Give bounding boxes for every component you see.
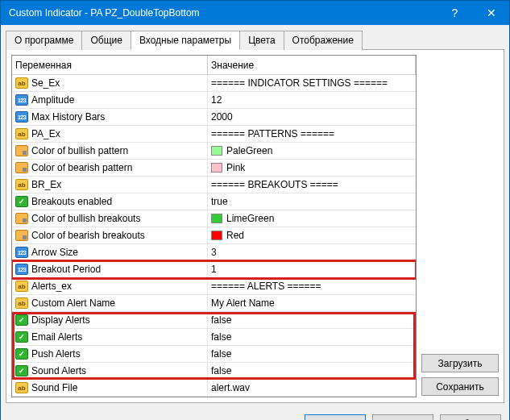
param-value-cell[interactable]: ====== PATTERNS ====== bbox=[208, 126, 416, 142]
table-row[interactable]: Email Alertsfalse bbox=[12, 329, 416, 346]
tab-0[interactable]: О программе bbox=[6, 31, 82, 50]
param-name: Sound Alerts bbox=[31, 365, 86, 376]
column-header-variable[interactable]: Переменная bbox=[12, 56, 208, 74]
bool-type-icon bbox=[15, 348, 28, 360]
param-name: Breakout Period bbox=[31, 264, 101, 275]
param-name-cell: Push Alerts bbox=[12, 346, 208, 362]
param-value-cell[interactable]: false bbox=[208, 312, 416, 328]
table-row[interactable]: Push Alertsfalse bbox=[12, 346, 416, 363]
param-value-cell[interactable]: ====== BREAKOUTS ===== bbox=[208, 177, 416, 193]
table-row[interactable]: Se_Ex====== INDICATOR SETTINGS ====== bbox=[12, 75, 416, 92]
param-name-cell: Email Alerts bbox=[12, 329, 208, 345]
param-value: Red bbox=[226, 230, 244, 241]
tab-4[interactable]: Отображение bbox=[284, 31, 363, 50]
table-row[interactable]: Color of bullish patternPaleGreen bbox=[12, 143, 416, 160]
tab-1[interactable]: Общие bbox=[81, 31, 131, 50]
table-row[interactable]: Sound Alertsfalse bbox=[12, 363, 416, 380]
table-row[interactable]: Max History Bars2000 bbox=[12, 109, 416, 126]
param-value-cell[interactable]: Pink bbox=[208, 160, 416, 176]
bool-type-icon bbox=[15, 314, 28, 326]
table-row[interactable]: Sound Filealert.wav bbox=[12, 380, 416, 397]
param-value: false bbox=[211, 314, 231, 326]
param-value: ====== ALERTS ====== bbox=[211, 281, 321, 292]
param-value: false bbox=[211, 331, 231, 343]
table-row[interactable]: Custom Alert NameMy Alert Name bbox=[12, 295, 416, 312]
param-value: ====== BREAKOUTS ===== bbox=[211, 179, 338, 190]
param-value: 1 bbox=[211, 264, 217, 275]
table-row[interactable]: Arrow Size3 bbox=[12, 244, 416, 261]
param-value: true bbox=[211, 196, 228, 207]
param-value-cell[interactable]: 12 bbox=[208, 92, 416, 108]
number-type-icon bbox=[15, 247, 28, 258]
help-icon[interactable]: ? bbox=[437, 1, 473, 25]
param-value: alert.wav bbox=[211, 382, 250, 393]
ok-button[interactable]: OK bbox=[305, 414, 366, 420]
param-value: My Alert Name bbox=[211, 297, 275, 309]
table-row[interactable]: Breakouts enabledtrue bbox=[12, 193, 416, 210]
color-swatch bbox=[211, 146, 222, 156]
string-type-icon bbox=[15, 382, 28, 393]
bool-type-icon bbox=[15, 196, 28, 207]
param-value-cell[interactable]: 3 bbox=[208, 244, 416, 260]
number-type-icon bbox=[15, 111, 28, 123]
table-row[interactable]: Color of bullish breakoutsLimeGreen bbox=[12, 210, 416, 227]
table-row[interactable]: PA_Ex====== PATTERNS ====== bbox=[12, 126, 416, 143]
number-type-icon bbox=[15, 264, 28, 275]
param-name-cell: Se_Ex bbox=[12, 75, 208, 91]
param-name: Color of bullish pattern bbox=[31, 145, 128, 156]
param-name: Email Alerts bbox=[31, 331, 82, 343]
number-type-icon bbox=[15, 94, 28, 106]
window-controls: ? ✕ bbox=[437, 1, 509, 25]
reset-button[interactable]: Сброс bbox=[440, 414, 501, 420]
param-name: Arrow Size bbox=[31, 247, 78, 258]
param-name-cell: Custom Alert Name bbox=[12, 295, 208, 311]
param-value-cell[interactable]: ====== INDICATOR SETTINGS ====== bbox=[208, 75, 416, 91]
param-value-cell[interactable]: alert.wav bbox=[208, 380, 416, 396]
bool-type-icon bbox=[15, 331, 28, 343]
grid-header: Переменная Значение bbox=[12, 56, 416, 75]
string-type-icon bbox=[15, 281, 28, 292]
param-value-cell[interactable]: PaleGreen bbox=[208, 143, 416, 159]
param-value: false bbox=[211, 348, 231, 360]
param-value: false bbox=[211, 365, 231, 376]
color-swatch bbox=[211, 214, 222, 223]
table-row[interactable]: Color of bearish breakoutsRed bbox=[12, 227, 416, 244]
tab-2[interactable]: Входные параметры bbox=[131, 31, 240, 50]
param-value-cell[interactable]: false bbox=[208, 363, 416, 379]
param-value-cell[interactable]: 2000 bbox=[208, 109, 416, 125]
table-row[interactable]: Alerts_ex====== ALERTS ====== bbox=[12, 278, 416, 295]
close-icon[interactable]: ✕ bbox=[473, 1, 509, 25]
param-name: Sound File bbox=[31, 382, 77, 393]
column-header-value[interactable]: Значение bbox=[208, 56, 416, 74]
param-value-cell[interactable]: true bbox=[208, 193, 416, 210]
param-name: Color of bullish breakouts bbox=[31, 213, 140, 224]
param-value-cell[interactable]: 1 bbox=[208, 261, 416, 277]
table-row[interactable]: Display Alertsfalse bbox=[12, 312, 416, 329]
save-button[interactable]: Сохранить bbox=[421, 377, 499, 396]
table-row[interactable]: Breakout Period1 bbox=[12, 261, 416, 278]
bool-type-icon bbox=[15, 365, 28, 376]
param-name: Display Alerts bbox=[31, 314, 90, 326]
param-value-cell[interactable]: ====== ALERTS ====== bbox=[208, 278, 416, 294]
table-row[interactable]: Color of bearish patternPink bbox=[12, 160, 416, 177]
table-row[interactable]: BR_Ex====== BREAKOUTS ===== bbox=[12, 177, 416, 193]
param-value-cell[interactable]: LimeGreen bbox=[208, 210, 416, 227]
param-name-cell: Arrow Size bbox=[12, 244, 208, 260]
param-value-cell[interactable]: Red bbox=[208, 227, 416, 243]
cancel-button[interactable]: Отмена bbox=[372, 414, 433, 420]
window-title: Custom Indicator - PA PZ_DoubleTopBottom bbox=[9, 7, 437, 19]
param-value: Pink bbox=[226, 162, 245, 173]
param-name: Color of bearish pattern bbox=[31, 162, 132, 173]
param-name-cell: Amplitude bbox=[12, 92, 208, 108]
param-name-cell: Color of bullish breakouts bbox=[12, 210, 208, 227]
tab-strip: О программеОбщиеВходные параметрыЦветаОт… bbox=[6, 31, 504, 50]
param-value-cell[interactable]: My Alert Name bbox=[208, 295, 416, 311]
load-button[interactable]: Загрузить bbox=[421, 354, 499, 372]
color-type-icon bbox=[15, 162, 28, 173]
dialog-footer: OK Отмена Сброс bbox=[1, 408, 509, 420]
param-value-cell[interactable]: false bbox=[208, 329, 416, 345]
param-value-cell[interactable]: false bbox=[208, 346, 416, 362]
string-type-icon bbox=[15, 297, 28, 309]
table-row[interactable]: Amplitude12 bbox=[12, 92, 416, 109]
tab-3[interactable]: Цвета bbox=[239, 31, 284, 50]
